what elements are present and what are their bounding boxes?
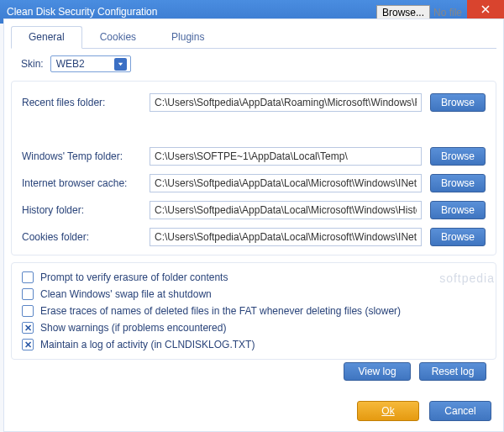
prompt-checkbox[interactable] [22,271,34,283]
window-title: Clean Disk Security Configuration [7,6,157,18]
history-browse-button[interactable]: Browse [430,201,486,219]
chevron-down-icon [114,58,127,71]
cache-label: Internet browser cache: [22,177,141,189]
temp-folder-browse-button[interactable]: Browse [430,147,486,166]
reset-log-button[interactable]: Reset log [419,362,486,381]
cookies-browse-button[interactable]: Browse [430,228,486,246]
fat-checkbox[interactable] [22,305,34,317]
cookies-label: Cookies folder: [22,231,141,243]
cookies-input[interactable] [150,228,422,246]
prompt-label: Prompt to verify erasure of folder conte… [40,271,228,283]
skin-label: Skin: [21,58,44,70]
ok-button[interactable]: Ok [357,401,419,421]
temp-folder-input[interactable] [150,147,422,166]
fat-label: Erase traces of names of deleted files i… [40,305,401,317]
history-label: History folder: [22,204,141,216]
folders-panel: Recent files folder: Browse Windows' Tem… [11,81,496,256]
log-checkbox[interactable]: ✕ [22,339,34,350]
tab-cookies[interactable]: Cookies [82,26,154,48]
recent-files-input[interactable] [150,93,422,112]
warnings-checkbox[interactable]: ✕ [22,322,34,334]
log-label: Maintain a log of activity (in CLNDISKLO… [40,339,255,350]
skin-value: WEB2 [56,58,85,70]
recent-files-browse-button[interactable]: Browse [430,93,486,112]
tab-general[interactable]: General [11,26,82,49]
cancel-button[interactable]: Cancel [429,401,491,421]
skin-select[interactable]: WEB2 [50,55,131,72]
cache-browse-button[interactable]: Browse [430,174,486,192]
temp-folder-label: Windows' Temp folder: [22,150,141,162]
cache-input[interactable] [150,174,422,192]
tab-bar: General Cookies Plugins [11,26,496,49]
swap-checkbox[interactable] [22,288,34,300]
view-log-button[interactable]: View log [344,362,411,381]
recent-files-label: Recent files folder: [22,97,141,108]
warnings-label: Show warnings (if problems encountered) [40,322,226,334]
tab-plugins[interactable]: Plugins [154,26,222,48]
config-dialog: General Cookies Plugins Skin: WEB2 Recen… [3,18,504,432]
history-input[interactable] [150,201,422,219]
options-panel: Prompt to verify erasure of folder conte… [11,262,496,360]
swap-label: Clean Windows' swap file at shutdown [40,288,212,300]
